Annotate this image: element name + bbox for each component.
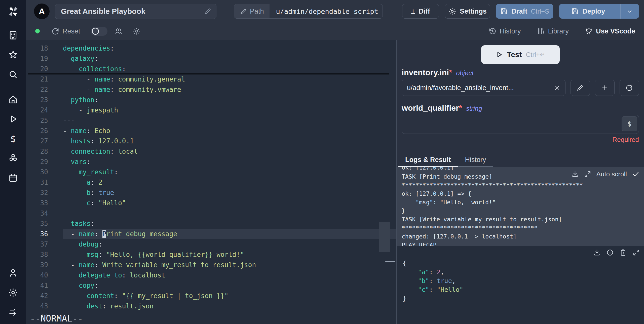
code-line[interactable]: 22 - name: community.vmware (26, 85, 396, 95)
download-result-icon[interactable] (593, 249, 601, 256)
editor-settings-gear-icon[interactable] (133, 27, 141, 35)
code-line[interactable]: 35 tasks: (26, 219, 396, 229)
script-title-input[interactable]: Great Ansible Playbook (55, 4, 216, 19)
logout-icon[interactable] (8, 307, 19, 318)
code-line[interactable]: 29 vars: (26, 157, 396, 167)
collaborators-users-icon[interactable] (115, 27, 123, 35)
diff-toggle[interactable] (91, 27, 107, 36)
code-editor[interactable]: 18dependencies:19 galaxy:20 collections:… (26, 40, 396, 324)
download-log-icon[interactable] (571, 170, 579, 178)
code-line[interactable]: 43 dest: result.json (26, 301, 396, 311)
log-line: } (402, 207, 644, 215)
library-button[interactable]: Library (537, 27, 569, 35)
favorites-star-icon[interactable] (8, 49, 19, 60)
add-resource-button[interactable] (595, 80, 614, 96)
resources-boxes-icon[interactable] (8, 153, 19, 164)
inventory-field-label: inventory.ini* object (402, 68, 639, 77)
code-line[interactable]: 32 b: true (26, 188, 396, 198)
inventory-input[interactable]: u/admin/favorable_ansible_invent... (402, 80, 565, 96)
use-vscode-button[interactable]: Use VScode (585, 27, 635, 35)
code-line[interactable]: 27 hosts: 127.0.0.1 (26, 136, 396, 146)
line-number: 21 (26, 74, 48, 85)
diff-button[interactable]: ± Diff (402, 4, 439, 19)
inventory-value: u/admin/favorable_ansible_invent... (407, 84, 554, 92)
sidebar-divider (0, 23, 26, 23)
code-line[interactable]: 37 debug: (26, 239, 396, 250)
code-line[interactable]: 19 galaxy: (26, 54, 396, 64)
result-tabs: Logs & Result History (397, 153, 644, 167)
log-line: PLAY RECAP (402, 241, 644, 246)
schedules-calendar-icon[interactable] (8, 172, 19, 183)
line-number: 31 (26, 177, 48, 188)
path-field[interactable]: Path u/admin/dependable_script (234, 4, 383, 19)
settings-button[interactable]: Settings (445, 4, 490, 19)
code-line[interactable]: 26- name: Echo (26, 126, 396, 136)
result-output[interactable]: { "a": 2, "b": true, "c": "Hello"} (397, 246, 644, 324)
required-asterisk: * (449, 68, 452, 77)
runs-play-icon[interactable] (8, 113, 19, 125)
code-line[interactable]: 28 connection: local (26, 146, 396, 157)
code-line[interactable]: 34 (26, 208, 396, 219)
code-line[interactable]: 23 python: (26, 95, 396, 105)
code-line[interactable]: 24 - jmespath (26, 105, 396, 115)
code-line[interactable]: 18dependencies: (26, 43, 396, 54)
line-number: 24 (26, 105, 48, 115)
code-line[interactable]: 39 - name: Write variable my_result to r… (26, 260, 396, 270)
settings-gear-icon[interactable] (8, 287, 19, 298)
world-qualifier-input[interactable] (402, 115, 639, 134)
line-number: 39 (26, 260, 48, 270)
variables-dollar-icon[interactable]: $ (8, 133, 19, 144)
refresh-resource-button[interactable] (620, 80, 639, 96)
line-number: 34 (26, 208, 48, 219)
code-line[interactable]: 33 c: "Hello" (26, 198, 396, 208)
check-icon[interactable] (632, 170, 639, 178)
code-line[interactable]: 41 copy: (26, 280, 396, 291)
code-line[interactable]: 25--- (26, 115, 396, 126)
info-icon[interactable] (606, 249, 614, 256)
deploy-button[interactable]: Deploy (559, 4, 617, 19)
expand-log-icon[interactable] (584, 170, 591, 178)
windmill-logo-icon[interactable] (7, 4, 20, 20)
line-number: 20 (26, 64, 48, 74)
draft-button[interactable]: Draft Ctrl+S (496, 4, 553, 19)
deploy-menu-caret[interactable] (620, 4, 639, 19)
log-output[interactable]: ok: [127.0.0.1] Auto scroll TASK [Print … (397, 167, 644, 246)
deploy-split-button[interactable]: Deploy (559, 4, 639, 19)
result-line: } (403, 294, 639, 303)
code-line[interactable]: 31 a: 2 (26, 177, 396, 188)
variable-picker-button[interactable]: $ (622, 116, 637, 131)
edit-pencil-icon[interactable] (204, 8, 212, 15)
history-button[interactable]: History (488, 27, 521, 35)
code-line[interactable]: 36 - name: Print debug message (26, 229, 396, 239)
editor-scrollbar-thumb[interactable] (379, 222, 390, 252)
home-icon[interactable] (8, 94, 19, 105)
workspace-building-icon[interactable] (8, 30, 19, 41)
line-number: 41 (26, 280, 48, 291)
search-icon[interactable] (8, 69, 19, 80)
tab-history[interactable]: History (458, 153, 493, 167)
line-number: 33 (26, 198, 48, 208)
code-line[interactable]: 21 - name: community.general (26, 74, 396, 85)
line-number: 27 (26, 136, 48, 146)
test-button[interactable]: Test Ctrl+↵ (481, 45, 560, 64)
code-line[interactable]: 40 delegate_to: localhost (26, 270, 396, 280)
clear-x-icon[interactable] (554, 84, 561, 91)
code-line[interactable]: 38 msg: "Hello, {{world_qualifier}} worl… (26, 250, 396, 260)
log-line: TASK [Write variable my_result to result… (402, 215, 644, 224)
expand-result-icon[interactable] (632, 249, 640, 256)
tab-logs-result[interactable]: Logs & Result (398, 153, 458, 167)
reset-button[interactable]: Reset (51, 27, 80, 35)
sidebar-divider (0, 87, 26, 87)
app-window: $ A Great Ansible Playbook (0, 0, 644, 324)
account-user-icon[interactable] (8, 267, 19, 278)
result-json: { "a": 2, "b": true, "c": "Hello"} (403, 259, 639, 303)
code-line[interactable]: 30 my_result: (26, 167, 396, 177)
panel-resize-handle[interactable] (385, 261, 395, 262)
path-value: u/admin/dependable_script (270, 8, 383, 15)
edit-resource-button[interactable] (571, 80, 590, 96)
line-number: 18 (26, 43, 48, 54)
copy-clipboard-icon[interactable] (619, 249, 627, 256)
line-number: 35 (26, 219, 48, 229)
code-line[interactable]: 42 content: "{{ my_result | to_json }}" (26, 291, 396, 301)
code-line[interactable]: 20 collections: (26, 64, 396, 74)
